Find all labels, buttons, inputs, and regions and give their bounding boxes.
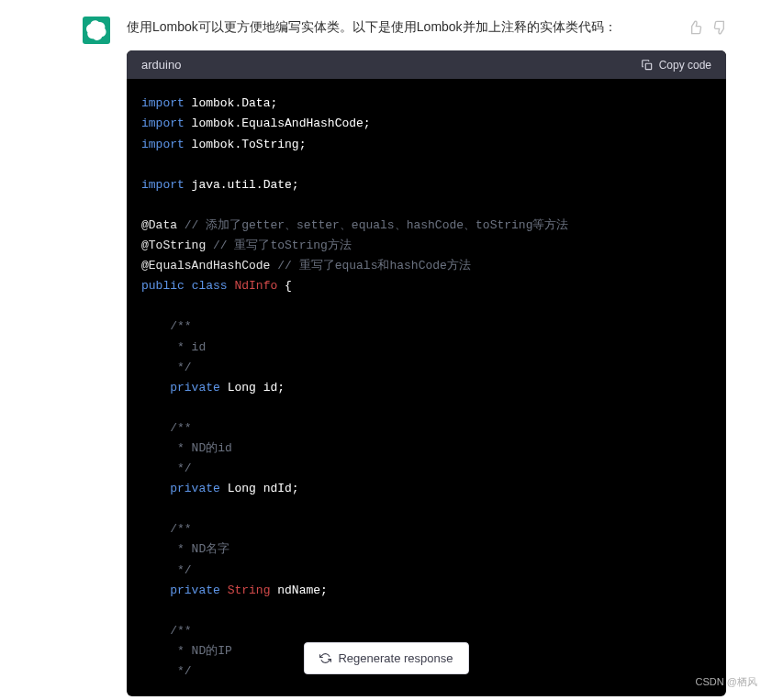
feedback-controls bbox=[688, 20, 728, 35]
code-block: arduino Copy code import lombok.Data; im… bbox=[127, 50, 726, 696]
regenerate-button[interactable]: Regenerate response bbox=[303, 642, 468, 674]
svg-rect-0 bbox=[645, 63, 651, 69]
thumbs-down-icon[interactable] bbox=[713, 20, 728, 35]
clipboard-icon bbox=[641, 59, 654, 72]
code-header: arduino Copy code bbox=[127, 50, 726, 79]
response-text: 使用Lombok可以更方便地编写实体类。以下是使用Lombok并加上注释的实体类… bbox=[127, 17, 726, 37]
code-language-label: arduino bbox=[141, 58, 181, 72]
refresh-icon bbox=[319, 652, 330, 664]
copy-code-label: Copy code bbox=[659, 59, 711, 72]
copy-code-button[interactable]: Copy code bbox=[641, 59, 711, 72]
regenerate-label: Regenerate response bbox=[338, 651, 453, 665]
watermark: CSDN @栖风 bbox=[696, 675, 757, 689]
thumbs-up-icon[interactable] bbox=[688, 20, 702, 35]
openai-logo-icon bbox=[86, 20, 106, 40]
code-content[interactable]: import lombok.Data; import lombok.Equals… bbox=[127, 79, 726, 696]
assistant-avatar bbox=[83, 17, 110, 44]
